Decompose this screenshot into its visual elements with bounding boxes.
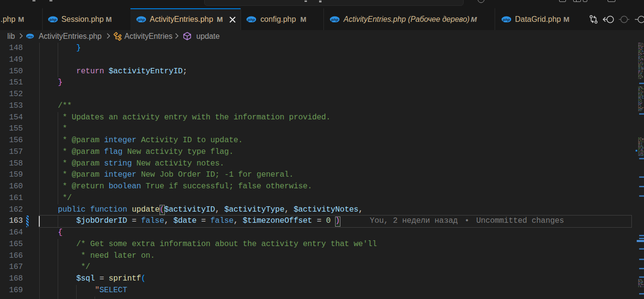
svg-text:php: php bbox=[247, 17, 255, 21]
svg-text:php: php bbox=[502, 17, 510, 21]
svg-text:php: php bbox=[27, 34, 33, 37]
svg-text:php: php bbox=[49, 17, 57, 21]
svg-text:php: php bbox=[331, 17, 338, 21]
svg-text:php: php bbox=[137, 17, 145, 21]
